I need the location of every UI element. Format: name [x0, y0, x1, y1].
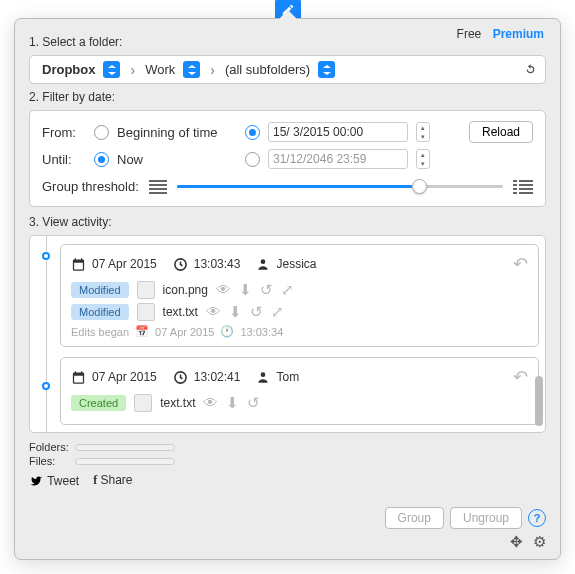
- chevron-down-icon[interactable]: [318, 61, 335, 78]
- chevron-right-icon: ›: [206, 62, 219, 78]
- group-button[interactable]: Group: [385, 507, 444, 529]
- history-icon[interactable]: ↺: [247, 394, 260, 412]
- file-icon: [134, 394, 152, 412]
- files-label: Files:: [29, 455, 55, 467]
- file-row: Modified text.txt 👁⬇↺⤢: [71, 303, 528, 321]
- reload-button[interactable]: Reload: [469, 121, 533, 143]
- event-date: 07 Apr 2015: [92, 257, 157, 271]
- until-stepper[interactable]: ▴▾: [416, 149, 430, 169]
- file-name: text.txt: [163, 305, 198, 319]
- activity-panel: 07 Apr 2015 13:03:43 Jessica ↶ Modified …: [29, 235, 546, 433]
- list-sparse-icon: [149, 180, 167, 194]
- action-badge: Created: [71, 395, 126, 411]
- breadcrumb-work[interactable]: Work: [139, 59, 206, 80]
- refresh-icon[interactable]: [521, 61, 539, 79]
- revert-icon[interactable]: ↶: [513, 253, 528, 275]
- calendar-icon: [71, 370, 86, 385]
- threshold-label: Group threshold:: [42, 179, 139, 194]
- from-beginning-radio[interactable]: [94, 125, 109, 140]
- user-icon: [256, 257, 270, 271]
- breadcrumb-root[interactable]: Dropbox: [36, 59, 126, 80]
- folder-breadcrumb: Dropbox › Work › (all subfolders): [29, 55, 546, 84]
- timeline-dot: [42, 382, 50, 390]
- file-name: text.txt: [160, 396, 195, 410]
- eye-icon[interactable]: 👁: [203, 394, 218, 412]
- file-name: icon.png: [163, 283, 208, 297]
- filter-panel: From: Beginning of time 15/ 3/2015 00:00…: [29, 110, 546, 207]
- calendar-icon: 📅: [135, 325, 149, 338]
- event-user: Jessica: [276, 257, 316, 271]
- history-icon[interactable]: ↺: [260, 281, 273, 299]
- clock-icon: [173, 370, 188, 385]
- file-row: Created text.txt 👁⬇↺: [71, 394, 528, 412]
- eye-icon[interactable]: 👁: [216, 281, 231, 299]
- list-dense-icon: [513, 180, 533, 194]
- file-row: Modified icon.png 👁⬇↺⤢: [71, 281, 528, 299]
- action-badge: Modified: [71, 282, 129, 298]
- from-label: From:: [42, 125, 86, 140]
- until-now-radio[interactable]: [94, 152, 109, 167]
- ungroup-button[interactable]: Ungroup: [450, 507, 522, 529]
- expand-icon[interactable]: ⤢: [281, 281, 294, 299]
- activity-card: 07 Apr 2015 13:02:41 Tom ↶ Created text.…: [60, 357, 539, 425]
- event-date: 07 Apr 2015: [92, 370, 157, 384]
- gear-icon[interactable]: ⚙: [533, 533, 546, 551]
- files-progress: [75, 458, 175, 465]
- chevron-down-icon[interactable]: [183, 61, 200, 78]
- until-label: Until:: [42, 152, 86, 167]
- calendar-icon: [71, 257, 86, 272]
- from-date-radio[interactable]: [245, 125, 260, 140]
- chevron-down-icon[interactable]: [103, 61, 120, 78]
- timeline-line: [46, 236, 47, 432]
- eye-icon[interactable]: 👁: [206, 303, 221, 321]
- download-icon[interactable]: ⬇: [226, 394, 239, 412]
- from-stepper[interactable]: ▴▾: [416, 122, 430, 142]
- timeline-dot: [42, 252, 50, 260]
- until-date-input[interactable]: 31/12/2046 23:59: [268, 149, 408, 169]
- section-2-label: 2. Filter by date:: [29, 90, 546, 104]
- scrollbar[interactable]: [535, 376, 543, 426]
- revert-icon[interactable]: ↶: [513, 366, 528, 388]
- download-icon[interactable]: ⬇: [229, 303, 242, 321]
- until-date-radio[interactable]: [245, 152, 260, 167]
- svg-point-3: [261, 372, 266, 377]
- file-icon: [137, 303, 155, 321]
- clock-icon: [173, 257, 188, 272]
- event-time: 13:03:43: [194, 257, 241, 271]
- plan-links: Free Premium: [449, 27, 544, 41]
- threshold-slider[interactable]: [177, 185, 503, 188]
- move-icon[interactable]: ✥: [510, 533, 523, 551]
- main-popover: Free Premium 1. Select a folder: Dropbox…: [14, 18, 561, 560]
- activity-card: 07 Apr 2015 13:03:43 Jessica ↶ Modified …: [60, 244, 539, 347]
- slider-thumb[interactable]: [412, 179, 427, 194]
- user-icon: [256, 370, 270, 384]
- file-icon: [137, 281, 155, 299]
- action-badge: Modified: [71, 304, 129, 320]
- footer: Folders: Files: Group Ungroup ? Tweet f …: [29, 441, 546, 488]
- tweet-button[interactable]: Tweet: [29, 474, 79, 488]
- folders-progress: [75, 444, 175, 451]
- help-icon[interactable]: ?: [528, 509, 546, 527]
- expand-icon[interactable]: ⤢: [271, 303, 284, 321]
- svg-point-1: [261, 259, 266, 264]
- folders-label: Folders:: [29, 441, 69, 453]
- section-3-label: 3. View activity:: [29, 215, 546, 229]
- history-icon[interactable]: ↺: [250, 303, 263, 321]
- event-user: Tom: [276, 370, 299, 384]
- clock-icon: 🕐: [220, 325, 234, 338]
- from-date-input[interactable]: 15/ 3/2015 00:00: [268, 122, 408, 142]
- download-icon[interactable]: ⬇: [239, 281, 252, 299]
- share-button[interactable]: f Share: [93, 473, 132, 488]
- chevron-right-icon: ›: [126, 62, 139, 78]
- edits-began: Edits began 📅 07 Apr 2015 🕐 13:03:34: [71, 325, 528, 338]
- premium-link[interactable]: Premium: [493, 27, 544, 41]
- free-link[interactable]: Free: [457, 27, 482, 41]
- event-time: 13:02:41: [194, 370, 241, 384]
- breadcrumb-subfolders[interactable]: (all subfolders): [219, 59, 341, 80]
